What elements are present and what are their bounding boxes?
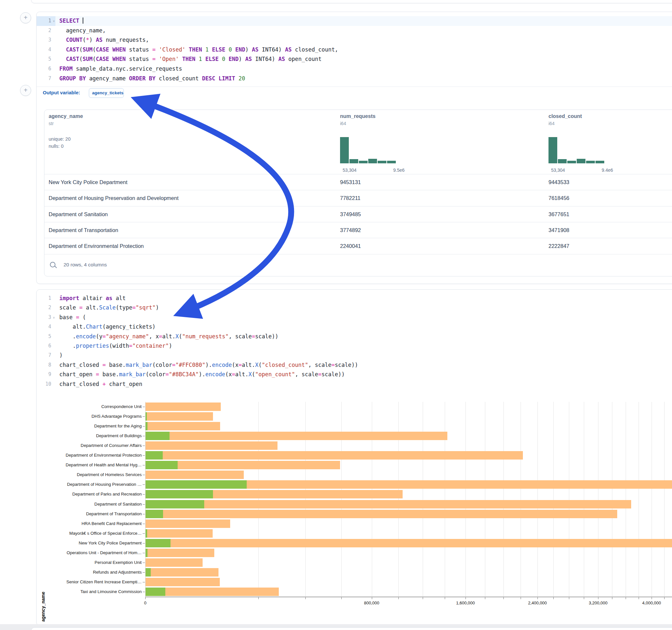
code-text: chart_closed = base.mark_bar(color="#FFC…: [59, 360, 672, 370]
bar-closed-count[interactable]: [146, 587, 279, 596]
table-row[interactable]: Department of Housing Preservation and D…: [44, 190, 672, 206]
code-line[interactable]: 4 alt.Chart(agency_tickets): [37, 322, 672, 332]
code-line[interactable]: 10chart_closed + chart_open: [37, 380, 672, 389]
bar-open-count[interactable]: [146, 412, 147, 421]
code-text: CAST(SUM(CASE WHEN status = 'Closed' THE…: [59, 45, 672, 55]
bar-closed-count[interactable]: [146, 510, 617, 518]
line-number: 3: [37, 35, 55, 45]
bar-open-count[interactable]: [146, 500, 204, 508]
bar-open-count[interactable]: [146, 510, 163, 518]
bar-open-count[interactable]: [146, 422, 147, 430]
column-header[interactable]: agency_name: [49, 114, 83, 119]
code-line[interactable]: 5 CAST(SUM(CASE WHEN status = 'Open' THE…: [37, 54, 672, 64]
chevron-down-icon[interactable]: ∨: [53, 313, 55, 322]
table-row[interactable]: Department of Transportation377489234719…: [44, 222, 672, 238]
y-axis-tick: [143, 426, 145, 427]
bar-closed-count[interactable]: [146, 500, 631, 508]
bar-closed-count[interactable]: [146, 422, 220, 430]
bar-open-count[interactable]: [146, 587, 165, 596]
cell-num-requests: 2240041: [340, 238, 361, 254]
table-row[interactable]: Department of Environmental Protection22…: [44, 238, 672, 254]
bar-closed-count[interactable]: [146, 441, 278, 450]
code-line[interactable]: 3 COUNT(*) AS num_requests,: [37, 35, 672, 45]
bar-closed-count[interactable]: [146, 403, 221, 411]
axis-tick: [626, 597, 626, 599]
bar-closed-count[interactable]: [146, 432, 447, 440]
bar-open-count[interactable]: [146, 539, 170, 547]
y-category-label: Senior Citizen Rent Increase Exempti…: [39, 579, 142, 584]
code-line[interactable]: 1∨SELECT: [37, 16, 672, 26]
gridline: [485, 402, 485, 597]
code-text: base = (: [59, 313, 672, 322]
bar-open-count[interactable]: [146, 432, 170, 440]
cell-agency-name: Department of Sanitation: [49, 207, 108, 222]
bar-open-count[interactable]: [146, 549, 147, 557]
bar-open-count[interactable]: [146, 480, 247, 489]
table-row-count: 20 rows, 4 columns: [64, 262, 107, 268]
code-line[interactable]: 4 CAST(SUM(CASE WHEN status = 'Closed' T…: [37, 45, 672, 55]
code-line[interactable]: 8chart_closed = base.mark_bar(color="#FF…: [37, 360, 672, 370]
code-line[interactable]: 1import altair as alt: [37, 294, 672, 303]
y-axis-tick: [143, 494, 145, 494]
y-category-label: New York City Police Department: [39, 540, 142, 546]
line-number: 8: [37, 360, 55, 370]
column-header[interactable]: closed_count: [549, 114, 582, 119]
code-line[interactable]: 6 .properties(width="container"): [37, 341, 672, 350]
bar-closed-count[interactable]: [146, 549, 214, 557]
code-line[interactable]: 6FROM sample_data.nyc.service_requests: [37, 64, 672, 74]
axis-tick: [598, 597, 598, 599]
bar-open-count[interactable]: [146, 490, 213, 499]
bar-closed-count[interactable]: [146, 558, 202, 567]
y-axis-tick: [143, 504, 145, 505]
axis-tick: [305, 597, 306, 599]
sql-code-editor[interactable]: 1∨SELECT 2 agency_name,3 COUNT(*) AS num…: [37, 16, 672, 83]
python-code-editor[interactable]: 1import altair as alt2scale = alt.Scale(…: [37, 294, 672, 389]
code-line[interactable]: 9chart_open = base.mark_bar(color="#8BC3…: [37, 370, 672, 379]
bar-closed-count[interactable]: [146, 412, 213, 421]
x-tick-label: 0: [144, 601, 146, 605]
cell-closed-count: 9443533: [549, 174, 569, 190]
code-line[interactable]: 7GROUP BY agency_name ORDER BY closed_co…: [37, 74, 672, 83]
code-line[interactable]: 7): [37, 350, 672, 360]
add-cell-button[interactable]: +: [20, 85, 31, 96]
cell-closed-count: 7618456: [549, 190, 569, 206]
y-axis-tick: [143, 445, 145, 446]
next-cell-edge: [31, 627, 672, 630]
bar-closed-count[interactable]: [146, 568, 218, 577]
code-text: GROUP BY agency_name ORDER BY closed_cou…: [59, 74, 672, 83]
chevron-down-icon[interactable]: ∨: [53, 17, 55, 26]
table-row[interactable]: New York City Police Department945313194…: [44, 174, 672, 190]
y-category-label: Department of Environmental Protection: [39, 453, 142, 458]
axis-tick: [341, 597, 342, 599]
y-category-label: Department of Housing Preservation …: [39, 482, 142, 487]
code-line[interactable]: 3∨base = (: [37, 313, 672, 322]
bar-closed-count[interactable]: [146, 529, 213, 538]
y-category-label: Department of Transportation: [39, 511, 142, 516]
output-variable-chip[interactable]: agency_tickets: [89, 88, 124, 98]
axis-tick: [399, 597, 399, 599]
add-cell-button[interactable]: +: [20, 12, 31, 23]
search-icon[interactable]: [50, 262, 55, 267]
gridline: [639, 402, 639, 597]
bar-closed-count[interactable]: [146, 519, 230, 528]
y-axis-tick: [143, 592, 145, 592]
code-line[interactable]: 2 agency_name,: [37, 26, 672, 35]
code-line[interactable]: 2scale = alt.Scale(type="sqrt"): [37, 303, 672, 312]
table-row[interactable]: Department of Sanitation37494853677651: [44, 206, 672, 222]
bar-open-count[interactable]: [146, 529, 147, 538]
column-header[interactable]: num_requests: [340, 114, 376, 119]
cell-agency-name: Department of Environmental Protection: [49, 238, 144, 254]
bar-open-count[interactable]: [146, 451, 163, 460]
histogram-bar: [567, 161, 576, 163]
bar-open-count[interactable]: [146, 568, 151, 577]
bar-closed-count[interactable]: [146, 470, 244, 479]
bar-closed-count[interactable]: [146, 539, 672, 547]
y-axis-tick: [143, 436, 145, 436]
bar-closed-count[interactable]: [146, 451, 523, 460]
y-axis-tick: [143, 475, 145, 475]
line-number: 3∨: [37, 313, 55, 322]
code-line[interactable]: 5 .encode(y="agency_name", x=alt.X("num_…: [37, 332, 672, 341]
y-axis-tick: [143, 524, 145, 524]
bar-open-count[interactable]: [146, 461, 178, 469]
bar-closed-count[interactable]: [146, 578, 220, 586]
